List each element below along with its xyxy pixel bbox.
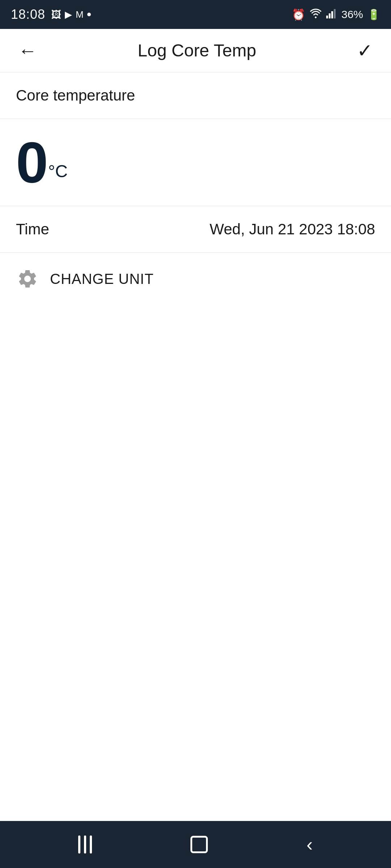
notification-dot [87, 13, 91, 16]
change-unit-row[interactable]: CHANGE UNIT [0, 253, 391, 305]
alarm-icon: ⏰ [292, 8, 305, 21]
app-bar: ← Log Core Temp ✓ [0, 29, 391, 72]
svg-rect-0 [326, 16, 328, 18]
status-time: 18:08 [11, 7, 45, 22]
recent-apps-icon [78, 835, 92, 854]
battery-text: 36% [341, 8, 363, 21]
temperature-display-section: 0 °C [0, 119, 391, 206]
svg-rect-3 [334, 9, 336, 18]
wifi-icon [310, 8, 322, 21]
signal-icon [326, 8, 337, 21]
back-nav-button[interactable]: ‹ [292, 829, 327, 860]
status-icons-right: ⏰ 36% 🔋 [292, 8, 380, 21]
back-arrow-icon: ← [18, 41, 37, 60]
core-temperature-section: Core temperature [0, 72, 391, 119]
time-row: Time Wed, Jun 21 2023 18:08 [0, 206, 391, 253]
temperature-unit: °C [48, 161, 68, 181]
battery-icon: 🔋 [367, 9, 380, 21]
youtube-icon: ▶ [65, 9, 72, 20]
status-icons-left: 🖼 ▶ M [51, 9, 91, 21]
home-button[interactable] [176, 830, 222, 859]
back-nav-icon: ‹ [307, 835, 313, 854]
core-temperature-label: Core temperature [16, 87, 135, 104]
back-button[interactable]: ← [14, 38, 41, 64]
recent-apps-button[interactable] [64, 830, 106, 859]
change-unit-label: CHANGE UNIT [50, 271, 154, 287]
status-left: 18:08 🖼 ▶ M [11, 7, 91, 22]
gear-icon [16, 267, 39, 290]
time-label: Time [16, 221, 49, 238]
app-bar-title: Log Core Temp [138, 41, 256, 60]
check-icon: ✓ [357, 40, 373, 61]
confirm-button[interactable]: ✓ [353, 36, 377, 65]
time-value: Wed, Jun 21 2023 18:08 [210, 221, 375, 238]
home-icon [190, 836, 208, 853]
temperature-value: 0 [16, 133, 47, 191]
bottom-nav: ‹ [0, 821, 391, 868]
photo-icon: 🖼 [51, 9, 61, 21]
svg-rect-1 [329, 13, 331, 18]
main-content: Core temperature 0 °C Time Wed, Jun 21 2… [0, 72, 391, 821]
svg-rect-2 [331, 11, 333, 18]
gmail-icon: M [76, 9, 84, 20]
status-bar: 18:08 🖼 ▶ M ⏰ [0, 0, 391, 29]
